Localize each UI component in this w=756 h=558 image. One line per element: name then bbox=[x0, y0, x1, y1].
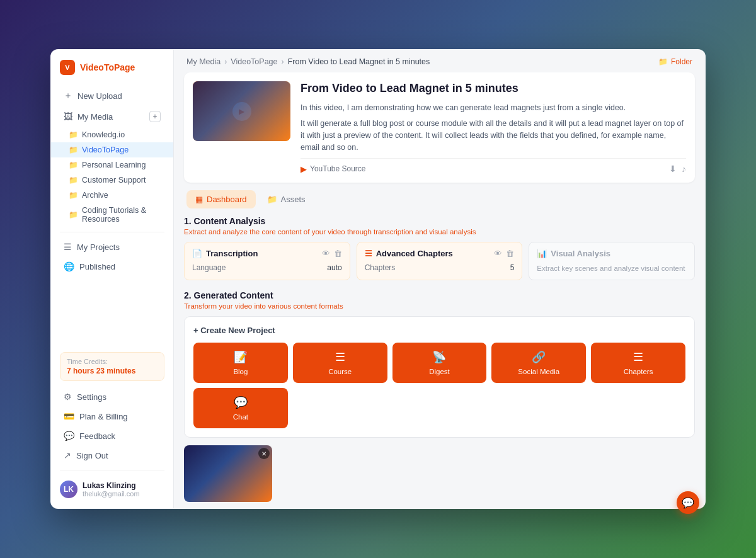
tab-dashboard[interactable]: ▦ Dashboard bbox=[186, 190, 256, 208]
generated-content-section: 2. Generated Content Transform your vide… bbox=[184, 290, 695, 438]
video-description-2: It will generate a full blog post or cou… bbox=[301, 118, 686, 153]
signout-icon: ↗ bbox=[64, 450, 71, 460]
preview-thumbnail: ✕ bbox=[184, 445, 272, 502]
dashboard-tab-icon: ▦ bbox=[195, 195, 203, 204]
sidebar-item-published[interactable]: 🌐 Published bbox=[55, 257, 169, 276]
breadcrumb-my-media[interactable]: My Media bbox=[186, 57, 220, 66]
create-new-header: + Create New Project bbox=[193, 326, 685, 335]
settings-icon: ⚙ bbox=[64, 392, 72, 402]
project-type-grid: 📝 Blog ☰ Course 📡 Digest 🔗 bbox=[193, 343, 685, 428]
source-actions: ⬇ ♪ bbox=[669, 164, 686, 174]
add-media-button[interactable]: + bbox=[149, 111, 161, 122]
create-new-box: + Create New Project 📝 Blog ☰ Course 📡 bbox=[184, 316, 695, 438]
sidebar-item-settings[interactable]: ⚙ Settings bbox=[55, 387, 169, 406]
avatar: LK bbox=[60, 481, 77, 498]
chapters-delete-icon[interactable]: 🗑 bbox=[506, 249, 514, 258]
transcription-delete-icon[interactable]: 🗑 bbox=[334, 249, 342, 258]
breadcrumb-current: From Video to Lead Magnet in 5 minutes bbox=[288, 57, 430, 66]
assets-tab-icon: 📁 bbox=[267, 195, 277, 204]
content-analysis-header: 1. Content Analysis Extract and analyze … bbox=[184, 216, 695, 236]
tab-assets[interactable]: 📁 Assets bbox=[258, 190, 314, 208]
sidebar-item-my-media[interactable]: 🖼 My Media + bbox=[55, 106, 169, 127]
media-icon: 🖼 bbox=[64, 111, 72, 122]
chapters-btn-icon: ☰ bbox=[633, 350, 643, 364]
logo-text: VideoToPage bbox=[80, 62, 135, 72]
logo-icon: V bbox=[60, 60, 75, 75]
blog-icon: 📝 bbox=[234, 350, 248, 364]
folder-icon: 📁 bbox=[69, 130, 78, 139]
folder-button[interactable]: 📁 Folder bbox=[658, 57, 692, 66]
video-source: ▶ YouTube Source ⬇ ♪ bbox=[301, 158, 686, 174]
project-type-chapters[interactable]: ☰ Chapters bbox=[591, 343, 685, 383]
folder-icon: 📁 bbox=[69, 191, 78, 200]
folder-list: 📁 Knowledg.io 📁 VideoToPage 📁 Personal L… bbox=[51, 127, 173, 227]
breadcrumb-videotopage[interactable]: VideoToPage bbox=[231, 57, 277, 66]
youtube-icon: ▶ bbox=[301, 164, 307, 174]
user-info: Lukas Klinzing theluk@gmail.com bbox=[83, 481, 140, 498]
divider bbox=[60, 232, 164, 232]
chat-icon: 💬 bbox=[234, 396, 248, 409]
folder-icon: 📁 bbox=[69, 145, 78, 154]
projects-icon: ☰ bbox=[64, 242, 72, 252]
folder-icon: 📁 bbox=[69, 210, 78, 219]
visual-analysis-card: 📊 Visual Analysis Extract key scenes and… bbox=[529, 242, 695, 280]
sidebar-item-my-projects[interactable]: ☰ My Projects bbox=[55, 237, 169, 256]
video-description-1: In this video, I am demonstrating how we… bbox=[301, 102, 686, 114]
folder-item-personal-learning[interactable]: 📁 Personal Learning bbox=[51, 157, 173, 173]
sidebar-item-new-upload[interactable]: ＋ New Upload bbox=[55, 86, 169, 106]
digest-icon: 📡 bbox=[432, 350, 446, 364]
user-row: LK Lukas Klinzing theluk@gmail.com bbox=[51, 475, 173, 503]
sidebar-bottom: Time Credits: 7 hours 23 minutes ⚙ Setti… bbox=[51, 346, 173, 508]
chat-bubble-button[interactable]: 💬 bbox=[677, 491, 699, 514]
sidebar-navigation: ＋ New Upload 🖼 My Media + 📁 Knowledg.io … bbox=[51, 83, 173, 346]
bottom-divider bbox=[60, 470, 164, 470]
preview-close-button[interactable]: ✕ bbox=[258, 448, 270, 459]
course-icon: ☰ bbox=[335, 350, 345, 364]
social-media-icon: 🔗 bbox=[532, 350, 546, 364]
project-type-digest[interactable]: 📡 Digest bbox=[392, 343, 487, 383]
music-icon[interactable]: ♪ bbox=[682, 164, 686, 174]
tabs-row: ▦ Dashboard 📁 Assets bbox=[184, 190, 695, 216]
folder-icon: 📁 bbox=[69, 161, 78, 169]
project-type-course[interactable]: ☰ Course bbox=[293, 343, 387, 383]
folder-item-coding-tutorials[interactable]: 📁 Coding Tutorials & Resources bbox=[51, 203, 173, 227]
sidebar: V VideoToPage ＋ New Upload 🖼 My Media + bbox=[51, 50, 174, 508]
video-card: ▶ From Video to Lead Magnet in 5 minutes… bbox=[184, 72, 695, 183]
download-icon[interactable]: ⬇ bbox=[669, 164, 677, 174]
chapters-icon: ☰ bbox=[365, 249, 372, 258]
chapters-view-icon[interactable]: 👁 bbox=[494, 249, 502, 258]
visual-analysis-icon: 📊 bbox=[537, 249, 547, 258]
folder-item-knowledgio[interactable]: 📁 Knowledg.io bbox=[51, 127, 173, 142]
project-type-chat[interactable]: 💬 Chat bbox=[193, 388, 288, 428]
project-type-social-media[interactable]: 🔗 Social Media bbox=[491, 343, 586, 383]
sidebar-item-plan-billing[interactable]: 💳 Plan & Billing bbox=[55, 407, 169, 426]
globe-icon: 🌐 bbox=[64, 261, 74, 271]
folder-item-videotopage[interactable]: 📁 VideoToPage bbox=[51, 142, 173, 157]
transcription-card: 📄 Transcription 👁 🗑 Language auto bbox=[184, 242, 350, 280]
generated-content-header: 2. Generated Content Transform your vide… bbox=[184, 290, 695, 310]
folder-item-archive[interactable]: 📁 Archive bbox=[51, 188, 173, 203]
sidebar-item-sign-out[interactable]: ↗ Sign Out bbox=[55, 446, 169, 465]
youtube-badge: ▶ YouTube Source bbox=[301, 164, 366, 174]
content-area: ▶ From Video to Lead Magnet in 5 minutes… bbox=[174, 72, 705, 508]
credits-box: Time Credits: 7 hours 23 minutes bbox=[60, 352, 164, 381]
video-info: From Video to Lead Magnet in 5 minutes I… bbox=[301, 81, 686, 174]
plus-icon: ＋ bbox=[64, 90, 72, 101]
breadcrumb: My Media › VideoToPage › From Video to L… bbox=[174, 50, 705, 72]
analysis-cards: 📄 Transcription 👁 🗑 Language auto bbox=[184, 242, 695, 280]
main-content: My Media › VideoToPage › From Video to L… bbox=[174, 50, 705, 508]
logo: V VideoToPage bbox=[51, 50, 173, 83]
billing-icon: 💳 bbox=[64, 411, 74, 421]
chapters-card: ☰ Advanced Chapters 👁 🗑 Chapters 5 bbox=[357, 242, 523, 280]
video-thumbnail: ▶ bbox=[193, 81, 290, 141]
feedback-icon: 💬 bbox=[64, 431, 74, 441]
transcription-icon: 📄 bbox=[192, 249, 202, 258]
sidebar-item-feedback[interactable]: 💬 Feedback bbox=[55, 426, 169, 445]
folder-item-customer-support[interactable]: 📁 Customer Support bbox=[51, 173, 173, 188]
project-type-blog[interactable]: 📝 Blog bbox=[193, 343, 288, 383]
folder-icon: 📁 bbox=[69, 176, 78, 185]
video-title: From Video to Lead Magnet in 5 minutes bbox=[301, 81, 686, 96]
transcription-view-icon[interactable]: 👁 bbox=[322, 249, 330, 258]
folder-btn-icon: 📁 bbox=[658, 57, 668, 66]
